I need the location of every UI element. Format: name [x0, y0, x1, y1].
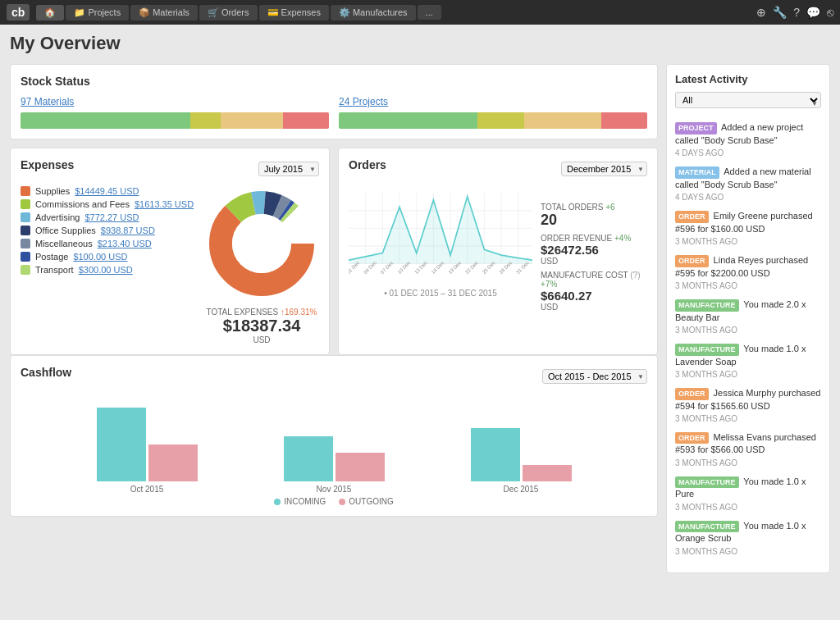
oct-label: Oct 2015 [130, 485, 164, 494]
settings-icon[interactable]: 🔧 [773, 6, 787, 19]
stock-status-title: Stock Status [21, 75, 647, 88]
svg-marker-22 [349, 197, 532, 264]
app-logo: cb [7, 4, 30, 21]
activity-time-3: 3 MONTHS AGO [675, 236, 821, 248]
expenses-header: Expenses July 2015 [21, 158, 319, 180]
badge-manufacture-3: MANUFACTURE [675, 476, 739, 489]
activity-title: Latest Activity [675, 73, 821, 85]
nav-home[interactable]: 🏠 [36, 5, 64, 21]
nav-expenses[interactable]: 💳 Expenses [259, 5, 329, 21]
cashflow-oct: Oct 2015 [97, 408, 198, 494]
orders-date-range: • 01 DEC 2015 – 31 DEC 2015 [349, 289, 532, 298]
legend-office: Office Supplies $938.87 USD [21, 226, 196, 235]
manufacture-amount: $6640.27 [541, 289, 647, 303]
activity-item-1: PROJECT Added a new project called "Body… [675, 121, 821, 159]
materials-label[interactable]: 97 Materials [21, 96, 329, 107]
cashflow-dropdown-wrapper: Oct 2015 - Dec 2015 [542, 369, 647, 384]
bar-seg-4 [283, 112, 329, 129]
activity-time-9: 3 MONTHS AGO [675, 502, 821, 513]
total-orders-stat: TOTAL ORDERS +6 20 [541, 203, 647, 229]
stock-materials: 97 Materials [21, 96, 329, 129]
oct-outgoing-bar [148, 444, 198, 481]
nav-manufactures[interactable]: ⚙️ Manufactures [331, 5, 416, 21]
main-content: Stock Status 97 Materials 24 Projects [10, 64, 658, 573]
badge-project-1: PROJECT [675, 122, 717, 134]
activity-time-2: 4 DAYS AGO [675, 192, 821, 203]
expenses-dropdown[interactable]: July 2015 [258, 162, 319, 176]
total-orders-value: 20 [541, 212, 647, 229]
nav-orders[interactable]: 🛒 Orders [199, 5, 258, 21]
activity-time-1: 4 DAYS AGO [675, 148, 821, 159]
chat-icon[interactable]: 💬 [806, 6, 820, 19]
incoming-dot [274, 499, 281, 505]
outgoing-legend: OUTGOING [339, 497, 393, 506]
orders-line-chart: 01 Dec 04 Dec 07 Dec 10 Dec 13 Dec 16 De… [349, 186, 532, 285]
cashflow-header: Cashflow Oct 2015 - Dec 2015 [21, 366, 647, 387]
bar-seg-1 [21, 112, 190, 129]
orders-panel: Orders December 2015 [338, 148, 658, 355]
nov-bars [284, 436, 385, 481]
latest-activity-sidebar: Latest Activity All Projects Materials O… [666, 64, 830, 573]
dec-outgoing-bar [523, 465, 572, 481]
cashflow-dec: Dec 2015 [471, 428, 572, 494]
activity-list: PROJECT Added a new project called "Body… [675, 121, 821, 558]
manufacture-cost-stat: MANUFACTURE COST (?) +7% $6640.27 USD [541, 271, 647, 312]
incoming-legend: INCOMING [274, 497, 326, 506]
nav-materials[interactable]: 📦 Materials [130, 5, 198, 21]
legend-supplies: Supplies $14449.45 USD [21, 186, 196, 196]
incoming-label: INCOMING [284, 497, 326, 506]
stock-section: 97 Materials 24 Projects [21, 96, 647, 129]
cashflow-card: Cashflow Oct 2015 - Dec 2015 Oct 2015 [10, 355, 658, 517]
projects-label[interactable]: 24 Projects [339, 96, 647, 107]
donut-section: TOTAL EXPENSES ↑169.31% $18387.34 USD [204, 186, 319, 344]
page: My Overview Stock Status 97 Materials [0, 25, 840, 581]
activity-filter-select[interactable]: All Projects Materials Orders Manufactur… [675, 92, 821, 108]
orders-layout: 01 Dec 04 Dec 07 Dec 10 Dec 13 Dec 16 De… [349, 186, 647, 317]
office-dot [21, 226, 30, 235]
cashflow-title: Cashflow [21, 366, 71, 379]
badge-order-2: ORDER [675, 255, 709, 267]
postage-dot [21, 252, 30, 262]
badge-manufacture-1: MANUFACTURE [675, 299, 739, 312]
expenses-dropdown-wrapper: July 2015 [258, 162, 319, 176]
activity-item-5: MANUFACTURE You made 2.0 x Beauty Bar 3 … [675, 299, 821, 336]
nav-projects[interactable]: 📁 Projects [66, 5, 129, 21]
help-icon[interactable]: ? [793, 6, 800, 19]
cashflow-dropdown[interactable]: Oct 2015 - Dec 2015 [542, 369, 647, 384]
proj-bar-seg-2 [477, 112, 523, 129]
activity-item-3: ORDER Emily Greene purchased #596 for $1… [675, 210, 821, 248]
activity-item-4: ORDER Linda Reyes purchased #595 for $22… [675, 254, 821, 292]
badge-manufacture-2: MANUFACTURE [675, 344, 739, 356]
legend-postage: Postage $100.00 USD [21, 252, 196, 262]
outgoing-label: OUTGOING [349, 497, 393, 506]
commissions-dot [21, 199, 30, 209]
dec-label: Dec 2015 [504, 485, 539, 494]
logout-icon[interactable]: ⎋ [827, 6, 833, 19]
activity-time-7: 3 MONTHS AGO [675, 413, 821, 425]
revenue-stat: ORDER REVENUE +4% $26472.56 USD [541, 234, 647, 266]
add-icon[interactable]: ⊕ [756, 6, 766, 19]
revenue-amount: $26472.56 [541, 243, 647, 257]
orders-dropdown[interactable]: December 2015 [561, 162, 647, 176]
expenses-title: Expenses [21, 158, 74, 171]
nav-more[interactable]: ... [418, 5, 441, 20]
activity-time-4: 3 MONTHS AGO [675, 280, 821, 292]
bar-seg-2 [190, 112, 221, 129]
top-nav: cb 🏠 📁 Projects 📦 Materials 🛒 Orders 💳 E… [0, 0, 840, 25]
activity-time-6: 3 MONTHS AGO [675, 369, 821, 381]
nov-outgoing-bar [336, 453, 385, 481]
stock-status-card: Stock Status 97 Materials 24 Projects [10, 64, 658, 139]
proj-bar-seg-1 [339, 112, 477, 129]
nav-right-icons: ⊕ 🔧 ? 💬 ⎋ [756, 6, 833, 19]
badge-order-3: ORDER [675, 388, 709, 400]
misc-dot [21, 239, 30, 248]
badge-material-1: MATERIAL [675, 166, 719, 179]
expenses-donut-chart [204, 186, 319, 301]
cashflow-bars-section: Oct 2015 Nov 2015 De [21, 395, 647, 494]
activity-filter-wrapper: All Projects Materials Orders Manufactur… [675, 92, 821, 115]
activity-item-8: ORDER Melissa Evans purchased #593 for $… [675, 431, 821, 469]
stock-projects: 24 Projects [339, 96, 647, 129]
projects-bar [339, 112, 647, 129]
cashflow-nov: Nov 2015 [284, 436, 385, 494]
activity-item-2: MATERIAL Added a new material called "Bo… [675, 166, 821, 203]
